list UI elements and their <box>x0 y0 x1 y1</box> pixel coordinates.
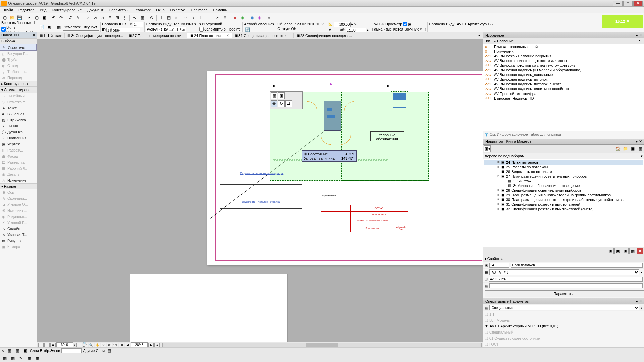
tool-worksheet[interactable]: ▦Рабочий Л... <box>0 165 37 171</box>
tool-line[interactable]: /Линия <box>0 123 37 129</box>
view-2-icon[interactable]: ▣ <box>50 343 56 347</box>
pointer-icon[interactable]: ↖ <box>131 14 138 21</box>
nav-close-icon[interactable]: ✕ <box>639 139 642 143</box>
refresh-icon[interactable]: 🔄 <box>244 27 251 33</box>
fav-col-type[interactable]: Тип <box>483 38 493 44</box>
layer-other-icon[interactable]: ▦ <box>106 347 113 354</box>
tool-detail[interactable]: ◉Деталь <box>0 171 37 177</box>
dim-3-icon[interactable]: ⊥ <box>197 14 204 21</box>
size-input[interactable] <box>334 22 351 27</box>
pet-adjust-icon[interactable]: ▣ <box>278 92 285 99</box>
tool-wallend[interactable]: ⬁Окончани... <box>0 195 37 201</box>
preview-checkbox[interactable] <box>403 22 407 26</box>
menu-objective[interactable]: Objective <box>167 7 188 13</box>
tool-elevation[interactable]: ☗Фасад <box>0 153 37 159</box>
tool-light[interactable]: ☀Источник ... <box>0 207 37 214</box>
layer-selected-input[interactable] <box>61 348 82 353</box>
menu-teamwork[interactable]: Teamwork <box>131 7 153 13</box>
tool-hotspot[interactable]: ✕Узловая Т... <box>0 232 37 238</box>
tab-24[interactable]: ▣ 24 План потолков✕ <box>187 33 232 38</box>
menu-file[interactable]: Файл <box>1 7 16 13</box>
prop-name-input[interactable] <box>511 263 643 268</box>
nav-new1-icon[interactable]: ▣ <box>607 248 614 254</box>
tool-radial[interactable]: ◉Радиальн... <box>0 214 37 220</box>
fav-item[interactable]: ↗A1Выносная Надпись - ID <box>483 96 644 101</box>
page-next-icon[interactable]: ▶ <box>148 343 154 347</box>
render-1-icon[interactable]: ◆ <box>231 14 238 21</box>
op-item[interactable]: ГОСТ <box>489 342 499 346</box>
tool-camera[interactable]: ▣Камера <box>0 244 37 250</box>
bt-5-icon[interactable]: ▦ <box>34 355 40 361</box>
h-scrollbar[interactable] <box>162 343 482 347</box>
tool-label[interactable]: A¹Выносная ... <box>0 111 37 117</box>
zoom-next-icon[interactable]: ⟳ <box>107 343 112 347</box>
page-first-icon[interactable]: ⏮ <box>119 343 124 347</box>
drawing-settings-icon[interactable]: 📄 <box>38 24 45 31</box>
tool-tee[interactable]: ┬T-образны... <box>0 69 37 75</box>
menu-params[interactable]: Параметры <box>106 7 131 13</box>
op-item[interactable]: Специальный <box>489 330 513 334</box>
fav-item[interactable]: ↗A1AV Выносная надпись_слои_многослойных <box>483 86 644 91</box>
tree-item-31[interactable]: ⊞▣31 Спецификация розеток и выключателей <box>484 202 643 207</box>
merge-icon[interactable]: ⊕ <box>222 14 228 21</box>
tree-item-27[interactable]: ⊟▣27 План размещения осветительных прибо… <box>484 174 643 179</box>
menu-help[interactable]: Помощь <box>210 7 230 13</box>
nav-subset-selector[interactable]: Дерево по поднаборам ▾ <box>483 153 644 159</box>
nav-delete-icon[interactable]: ✕ <box>637 248 643 254</box>
nav-tree[interactable]: ⊞▣24 План потолков ⊞▣25 Разрезы по потол… <box>483 159 644 247</box>
snap-1-icon[interactable]: ⊿ <box>85 14 91 21</box>
tree-item-25[interactable]: ⊞▣25 Разрезы по потолкам <box>484 165 643 169</box>
tool-figure[interactable]: ▭Рисунок <box>0 238 37 244</box>
props-header[interactable]: ▾ Свойства <box>483 255 644 262</box>
op-special-select[interactable]: Специальный <box>489 305 639 310</box>
fav-item[interactable]: ↗A1AV Простой текст/цифра <box>483 91 644 96</box>
render-4-icon[interactable]: ◉ <box>256 14 263 21</box>
render-2-icon[interactable]: ◆ <box>239 14 246 21</box>
tab-spec-light[interactable]: ▤ Э. Спецификация - освещен... <box>65 33 126 38</box>
tool-corner[interactable]: ◢Угловое О... <box>0 201 37 207</box>
sphere-icon[interactable]: ● <box>266 14 272 21</box>
fav-menu-icon[interactable]: ▸ <box>636 33 638 37</box>
id-value-input[interactable] <box>133 22 143 27</box>
minimize-button[interactable]: — <box>613 1 623 6</box>
fav-item[interactable]: ↗A1AV Выносная надпись_потолок_высота <box>483 82 644 86</box>
pet-palette[interactable]: ▦ ▣ ✥ ↻ ⇄ <box>270 91 303 109</box>
fav-close-icon[interactable]: ✕ <box>639 33 642 37</box>
tree-item-28[interactable]: ⊞▣28 Спецификация осветительных приборов <box>484 188 643 193</box>
pet-mirror-icon[interactable]: ⇄ <box>285 100 292 107</box>
zoom-prev-icon[interactable]: ⟲ <box>101 343 106 347</box>
bt-3-icon[interactable]: ∿ <box>17 355 24 361</box>
tool-level[interactable]: ▽Отметка У... <box>0 99 37 105</box>
save-icon[interactable]: 💾 <box>16 14 23 21</box>
fav-item[interactable]: ▦Плитка - напольный слой <box>483 44 644 49</box>
tool-change[interactable]: △Изменение <box>0 177 37 183</box>
nav-new2-icon[interactable]: ▣ <box>614 248 621 254</box>
drawing-settings2-icon[interactable]: ▣ <box>46 24 52 31</box>
pet-rotate-icon[interactable]: ↻ <box>278 100 285 107</box>
redo-icon[interactable]: ↷ <box>58 14 64 21</box>
layer-btn-2[interactable]: ▦ <box>14 347 20 354</box>
page-indicator[interactable] <box>131 342 148 347</box>
tab-27[interactable]: ▣ 27 План размещения освети... <box>126 33 187 38</box>
source-file-input[interactable] <box>146 27 186 32</box>
print-icon[interactable]: 🖨 <box>67 14 74 21</box>
tool-transition[interactable]: ▱Переход <box>0 75 37 81</box>
tab-28[interactable]: ▣ 28 Спецификация освещети... <box>294 33 355 38</box>
fav-item[interactable]: ↗A1AV Выноска - Название покрытия <box>483 54 644 58</box>
grid-t-icon[interactable]: T <box>158 14 165 21</box>
tool-drawing[interactable]: ▣Чертеж <box>0 141 37 147</box>
menu-window[interactable]: Окно <box>153 7 167 13</box>
tool-pipe[interactable]: ⬤Труба <box>0 57 37 63</box>
tool-dimension[interactable]: ↔Линейный... <box>0 93 37 99</box>
tool-polyline[interactable]: ⌇Полилиния <box>0 135 37 141</box>
tool-pointer[interactable]: ↖Указатель <box>0 44 37 51</box>
orient-icon[interactable]: ⊞ <box>38 343 44 347</box>
bt-1-icon[interactable]: ▦ <box>1 355 8 361</box>
grid-x-icon[interactable]: ✕ <box>173 14 179 21</box>
op-item[interactable]: AV 01 Архитектурный М 1:100 (все 0,01) <box>490 324 558 328</box>
menu-view[interactable]: Вид <box>37 7 49 13</box>
menu-document[interactable]: Документ <box>85 7 106 13</box>
toolbox-group-construct[interactable]: ▸ Конструирова <box>0 81 37 87</box>
snap-2-icon[interactable]: ⊿ <box>92 14 99 21</box>
tool-interior[interactable]: ⬓Развертка <box>0 159 37 165</box>
